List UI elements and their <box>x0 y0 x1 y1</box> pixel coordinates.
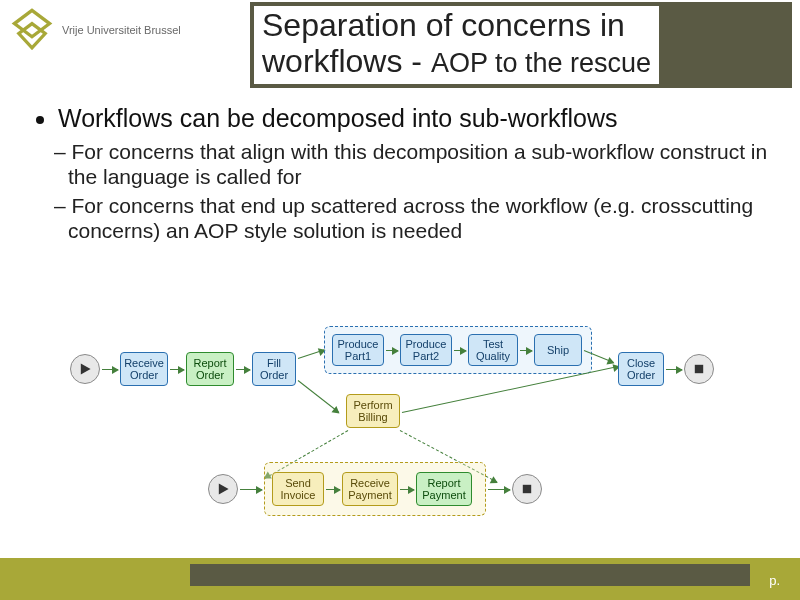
end-icon <box>684 354 714 384</box>
start-icon <box>208 474 238 504</box>
university-name: Vrije Universiteit Brussel <box>62 24 181 36</box>
node-produce-part2: Produce Part2 <box>400 334 452 366</box>
sub-bullet-1: For concerns that align with this decomp… <box>54 139 772 189</box>
node-report-order: Report Order <box>186 352 234 386</box>
arrow-icon <box>666 369 682 370</box>
arrow-icon <box>240 489 262 490</box>
footer-band: p. <box>0 558 800 600</box>
arrow-icon <box>102 369 118 370</box>
arrow-icon <box>298 349 325 359</box>
arrow-icon <box>326 489 340 490</box>
node-perform-billing: Perform Billing <box>346 394 400 428</box>
arrow-icon <box>520 350 532 351</box>
arrow-icon <box>170 369 184 370</box>
title-band: Separation of concerns in workflows - AO… <box>250 2 792 88</box>
node-produce-part1: Produce Part1 <box>332 334 384 366</box>
arrow-icon <box>488 489 510 490</box>
arrow-icon <box>400 489 414 490</box>
slide-header: Vrije Universiteit Brussel Separation of… <box>0 0 800 90</box>
university-logo: Vrije Universiteit Brussel <box>10 6 181 54</box>
arrow-icon <box>386 350 398 351</box>
sub-bullet-list: For concerns that align with this decomp… <box>28 133 772 244</box>
bullet-main: Workflows can be decomposed into sub-wor… <box>58 104 772 133</box>
start-icon <box>70 354 100 384</box>
sub-bullet-2: For concerns that end up scattered acros… <box>54 193 772 243</box>
node-receive-order: Receive Order <box>120 352 168 386</box>
node-ship: Ship <box>534 334 582 366</box>
arrow-icon <box>298 380 340 413</box>
footer-inner-band <box>190 564 750 586</box>
title-line-1: Separation of concerns in <box>262 8 651 44</box>
title-line-2: workflows - AOP to the rescue <box>262 44 651 80</box>
arrow-icon <box>454 350 466 351</box>
slide-body: Workflows can be decomposed into sub-wor… <box>0 90 800 244</box>
node-report-payment: Report Payment <box>416 472 472 506</box>
node-close-order: Close Order <box>618 352 664 386</box>
svg-rect-1 <box>523 485 531 493</box>
logo-triangle-icon <box>10 6 54 54</box>
svg-rect-0 <box>695 365 703 373</box>
node-fill-order: Fill Order <box>252 352 296 386</box>
node-send-invoice: Send Invoice <box>272 472 324 506</box>
arrow-icon <box>236 369 250 370</box>
bullet-list: Workflows can be decomposed into sub-wor… <box>28 104 772 133</box>
node-receive-payment: Receive Payment <box>342 472 398 506</box>
page-number-marker: p. <box>769 573 780 588</box>
end-icon <box>512 474 542 504</box>
slide-title: Separation of concerns in workflows - AO… <box>254 6 659 84</box>
node-test-quality: Test Quality <box>468 334 518 366</box>
workflow-diagram: Receive Order Report Order Fill Order Pr… <box>70 322 730 530</box>
